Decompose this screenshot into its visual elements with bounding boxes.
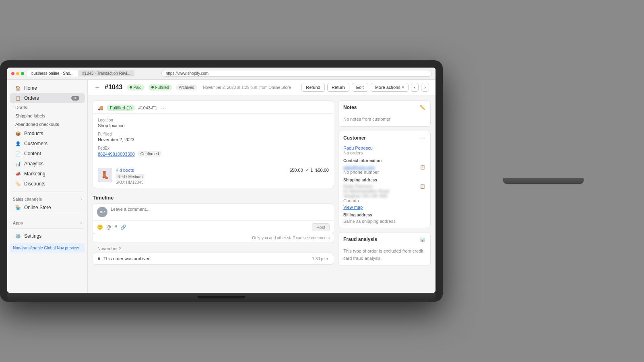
notes-empty: No notes from customer — [343, 117, 390, 121]
timeline-title: Timeline — [93, 192, 334, 203]
hashtag-icon[interactable]: # — [114, 224, 117, 230]
non-transferable-box[interactable]: Non-transferable Global Nav preview — [10, 243, 85, 253]
staff-note: Only you and other staff can see comment… — [93, 234, 334, 243]
timeline-event-row: This order was archived. 1:30 p.m. — [98, 256, 329, 261]
tracking-info: 882449810003300 Confirmed — [98, 151, 329, 156]
timeline-dot — [98, 257, 100, 260]
mention-icon[interactable]: @ — [106, 224, 111, 230]
fulfilled-date: November 2, 2023 — [98, 137, 329, 142]
expand-icon[interactable]: › — [80, 197, 82, 202]
apps-label: Apps › — [7, 218, 87, 226]
sidebar-item-home[interactable]: 🏠 Home — [10, 83, 85, 93]
sidebar-sub-shipping-labels[interactable]: Shipping labels — [10, 112, 85, 120]
sidebar-item-discounts[interactable]: 🏷️ Discounts — [10, 179, 85, 189]
copy-email-icon[interactable]: 📋 — [420, 165, 425, 170]
prev-order-button[interactable]: ‹ — [411, 83, 419, 92]
notes-edit-icon[interactable]: ✏️ — [420, 105, 425, 110]
maximize-button[interactable] — [21, 72, 24, 75]
shipping-city: Vaughan ON L4K 4N8 — [343, 193, 389, 198]
link-icon[interactable]: 🔗 — [120, 224, 126, 230]
fraud-text: This type of order is excluded from cred… — [343, 249, 423, 261]
order-subtitle: November 2, 2023 at 1:29 p.m. from Onlin… — [203, 85, 291, 90]
close-button[interactable] — [11, 72, 14, 75]
badge-archived: Archived — [176, 84, 197, 90]
emoji-icon[interactable]: 🙂 — [97, 224, 103, 230]
shipping-name: Radu Petrescu — [343, 184, 389, 189]
fulfillment-card-header: 🚚 Fulfilled (1) #1043-F1 ··· — [93, 101, 334, 114]
carrier-label: FedEx — [98, 146, 329, 150]
main-content: ← #1043 Paid Fulfilled Archived Novembe — [88, 80, 436, 293]
return-button[interactable]: Return — [327, 83, 349, 92]
post-button[interactable]: Post — [312, 223, 330, 231]
header-actions: Refund Return Edit More actions ▾ ‹ › — [301, 83, 429, 92]
fulfilled-dot — [151, 86, 154, 88]
refund-button[interactable]: Refund — [301, 83, 324, 92]
order-title: #1043 — [105, 84, 123, 91]
browser-tab-2[interactable]: #1043 - Transaction Revi... — [78, 70, 135, 76]
notes-header: Notes ✏️ — [339, 101, 430, 113]
contact-info-title: Contact information — [343, 158, 425, 163]
badge-paid: Paid — [127, 84, 144, 90]
customer-more-icon[interactable]: ··· — [420, 135, 425, 141]
minimize-button[interactable] — [16, 72, 19, 75]
sidebar-item-customers[interactable]: 👤 Customers — [10, 139, 85, 148]
copy-address-icon[interactable]: 📋 — [420, 184, 425, 189]
fraud-card: Fraud analysis 📊 This type of order is e… — [338, 232, 431, 266]
edit-button[interactable]: Edit — [352, 83, 368, 92]
settings-icon: ⚙️ — [15, 233, 21, 239]
location-value: Shop location — [98, 123, 329, 128]
sidebar-sub-drafts[interactable]: Drafts — [10, 103, 85, 111]
product-details: Kid boots Red / Medium SKU: HM12345 — [116, 168, 286, 185]
sidebar-item-content[interactable]: 📄 Content — [10, 149, 85, 158]
laptop-base — [7, 293, 436, 302]
customer-name[interactable]: Radu Petrescu — [343, 146, 425, 150]
sidebar-item-online-store[interactable]: 🏪 Online Store — [10, 203, 85, 212]
billing-same: Same as shipping address — [343, 219, 425, 224]
apps-expand-icon[interactable]: › — [80, 221, 82, 225]
back-arrow[interactable]: ← — [94, 84, 101, 91]
notes-title: Notes — [343, 105, 357, 110]
product-sku: SKU: HM12345 — [116, 180, 286, 185]
truck-icon: 🚚 — [98, 105, 103, 111]
products-icon: 📦 — [15, 131, 21, 136]
tracking-link[interactable]: 882449810003300 — [98, 152, 135, 156]
shipping-line1: 51 Administration Road — [343, 189, 389, 193]
fulfillment-number: #1043-F1 — [138, 105, 157, 110]
sidebar-item-orders[interactable]: 📋 Orders 30 — [10, 93, 85, 103]
customer-phone: No phone number — [343, 170, 425, 175]
fulfillment-card-body: Location Shop location Fulfilled Novembe… — [93, 114, 334, 165]
sidebar-item-marketing[interactable]: 📣 Marketing — [10, 169, 85, 179]
customer-title: Customer — [343, 135, 366, 141]
fraud-header: Fraud analysis 📊 — [339, 232, 430, 245]
address-bar[interactable]: https://www.shopify.com — [161, 70, 431, 77]
badge-fulfilled: Fulfilled — [149, 84, 172, 90]
comment-toolbar: 🙂 @ # 🔗 Post — [93, 220, 334, 234]
comment-input[interactable] — [111, 207, 330, 212]
product-name[interactable]: Kid boots — [116, 168, 286, 173]
fulfilled-badge: Fulfilled (1) — [107, 105, 135, 111]
view-map-link[interactable]: View map — [343, 205, 425, 210]
browser-tab-1[interactable]: business-online - Sho... — [27, 70, 78, 76]
sidebar-item-analytics[interactable]: 📊 Analytics — [10, 159, 85, 169]
laptop-notch — [197, 296, 246, 298]
comment-box: RP 🙂 @ # 🔗 Post — [93, 203, 334, 234]
discounts-icon: 🏷️ — [15, 181, 21, 187]
order-side: Notes ✏️ No notes from customer Customer — [338, 100, 431, 288]
order-header: ← #1043 Paid Fulfilled Archived Novembe — [88, 80, 436, 95]
content-icon: 📄 — [15, 151, 21, 156]
sidebar-divider-3 — [11, 228, 83, 229]
orders-icon: 📋 — [15, 95, 21, 101]
fulfilled-row: Fulfilled November 2, 2023 — [98, 132, 329, 142]
sidebar-item-products[interactable]: 📦 Products — [10, 129, 85, 138]
shipping-title: Shipping address — [343, 178, 425, 182]
more-actions-button[interactable]: More actions ▾ — [371, 83, 409, 92]
customer-card: Customer ··· Radu Petrescu No orders Con… — [338, 131, 431, 228]
next-order-button[interactable]: › — [421, 83, 429, 92]
fulfillment-card: 🚚 Fulfilled (1) #1043-F1 ··· Location Sh… — [93, 100, 334, 188]
fraud-body: This type of order is excluded from cred… — [339, 245, 430, 265]
fulfillment-more-icon[interactable]: ··· — [161, 105, 167, 111]
sidebar-item-settings[interactable]: ⚙️ Settings — [10, 231, 85, 241]
fraud-report-icon[interactable]: 📊 — [420, 237, 425, 242]
customer-email[interactable]: radu@corp.com — [343, 165, 375, 170]
sidebar-sub-abandoned[interactable]: Abandoned checkouts — [10, 120, 85, 128]
